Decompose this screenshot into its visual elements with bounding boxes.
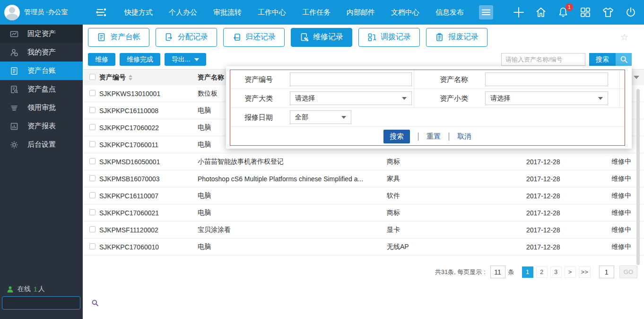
pagination-summary: 共31条, 每页显示 : xyxy=(435,268,486,276)
search-button-label: 搜索 xyxy=(589,53,616,66)
next-page-button[interactable]: > xyxy=(565,266,576,278)
sidebar-item-label: 资产台账 xyxy=(27,66,56,75)
sidebar-item-asset-report[interactable]: 资产报表 xyxy=(0,117,83,135)
more-menu-button[interactable] xyxy=(479,5,493,19)
repair-done-button[interactable]: 维修完成 xyxy=(120,53,160,66)
topnav-item[interactable]: 审批流转 xyxy=(213,8,242,17)
chart-icon xyxy=(10,30,18,38)
header-asset-name: 资产名称 xyxy=(198,73,224,82)
page-size-input[interactable] xyxy=(490,266,505,278)
sidebar-search-input[interactable] xyxy=(2,300,91,307)
row-checkbox[interactable] xyxy=(89,226,96,232)
scrap-tab-icon xyxy=(435,33,444,42)
table-row[interactable]: SJKPKPC17060010 电脑 无线AP 2017-12-28 维修中 xyxy=(83,239,644,256)
popup-cancel-button[interactable]: 取消 xyxy=(457,132,471,141)
sidebar-item-settings[interactable]: 后台设置 xyxy=(0,135,83,154)
topnav-item[interactable]: 工作任务 xyxy=(302,8,331,17)
nav-collapse-icon[interactable] xyxy=(96,8,107,17)
notifications-bell-icon[interactable]: 1 xyxy=(557,7,569,18)
table-row[interactable]: SJKPMSB16070003 Photoshop cS6 Multiple P… xyxy=(83,170,644,187)
row-checkbox[interactable] xyxy=(89,158,96,164)
sidebar-item-my-assets[interactable]: 我的资产 xyxy=(0,43,83,62)
search-button[interactable]: 搜索 xyxy=(589,53,632,66)
add-icon[interactable] xyxy=(513,7,524,18)
asset-name-cell: 电脑 xyxy=(198,124,211,132)
row-checkbox[interactable] xyxy=(89,192,96,198)
select-all-checkbox[interactable] xyxy=(89,74,96,80)
sort-icon[interactable] xyxy=(129,75,132,80)
favorite-star-icon[interactable]: ☆ xyxy=(620,33,628,42)
asset-code-cell: SJKPMSD16050001 xyxy=(99,158,160,166)
ledger-icon xyxy=(10,67,18,75)
sidebar-item-asset-inventory[interactable]: 资产盘点 xyxy=(0,80,83,98)
column-settings-caret-icon[interactable] xyxy=(634,76,639,79)
row-checkbox[interactable] xyxy=(89,243,96,249)
go-button[interactable]: GO xyxy=(619,266,637,278)
tab-transfer-records[interactable]: 调拨记录 xyxy=(358,28,420,47)
online-count: 1 xyxy=(34,285,37,293)
sidebar-search-box xyxy=(2,296,80,310)
tab-scrap-records[interactable]: 报废记录 xyxy=(426,28,487,47)
asset-category-cell: 显卡 xyxy=(385,226,522,234)
subcategory-select-value: 请选择 xyxy=(490,94,510,103)
asset-category-cell: 软件 xyxy=(385,192,522,200)
category-select[interactable]: 请选择 xyxy=(290,91,412,105)
export-button[interactable]: 导出... xyxy=(165,53,206,66)
table-row[interactable]: SJKPMSD16050001 小苗苗智能故事机著作权登记 商标 2017-12… xyxy=(83,153,644,170)
sidebar-item-asset-ledger[interactable]: 资产台账 xyxy=(0,62,83,80)
row-checkbox[interactable] xyxy=(89,141,96,147)
topnav-item[interactable]: 信息发布 xyxy=(435,8,464,17)
topnav-item[interactable]: 个人办公 xyxy=(169,8,197,17)
asset-name-cell: Photoshop cS6 Multiple Platforms chinese… xyxy=(198,175,363,183)
popup-asset-code-input[interactable] xyxy=(290,72,412,86)
online-user-icon xyxy=(7,286,14,293)
sidebar-search-icon[interactable] xyxy=(91,299,99,307)
sidebar-item-fixed-assets[interactable]: 固定资产 xyxy=(0,25,83,43)
subcategory-select[interactable]: 请选择 xyxy=(485,91,608,105)
tab-asset-ledger[interactable]: 资产台帐 xyxy=(88,28,149,47)
power-logout-icon[interactable] xyxy=(625,7,636,18)
page-button-1[interactable]: 1 xyxy=(522,266,533,278)
tab-return-records[interactable]: 归还记录 xyxy=(223,28,285,47)
row-checkbox[interactable] xyxy=(89,124,96,130)
table-row[interactable]: SJKPMSF11120002 宝贝涂涂看 显卡 2017-12-28 维修中 xyxy=(83,222,644,239)
row-checkbox[interactable] xyxy=(89,90,96,96)
table-row[interactable]: SJKPKPC16110007 电脑 软件 2017-12-28 维修中 xyxy=(83,187,644,204)
repair-button[interactable]: 维修 xyxy=(88,53,115,66)
row-checkbox[interactable] xyxy=(89,107,96,113)
popup-asset-name-input[interactable] xyxy=(485,72,608,86)
theme-shirt-icon[interactable] xyxy=(602,7,614,18)
topnav-item[interactable]: 文档中心 xyxy=(391,8,419,17)
asset-name-cell: 数位板 xyxy=(198,89,218,98)
sidebar-item-label: 固定资产 xyxy=(27,29,56,38)
popup-row-3: 报修日期 全部 xyxy=(230,108,625,127)
avatar[interactable] xyxy=(4,5,20,20)
topnav-item[interactable]: 快捷方式 xyxy=(124,8,153,17)
topnav-item[interactable]: 内部邮件 xyxy=(347,8,375,17)
tab-label: 资产台帐 xyxy=(110,32,140,42)
tab-assign-records[interactable]: 分配记录 xyxy=(156,28,217,47)
goto-page-input[interactable] xyxy=(599,266,614,278)
record-tabs: 资产台帐 分配记录 归还记录 xyxy=(83,25,644,50)
user-area[interactable]: 管理员 -办公室 xyxy=(0,5,83,20)
home-icon[interactable] xyxy=(535,7,547,18)
asset-search-input[interactable] xyxy=(501,53,585,66)
tab-repair-records[interactable]: 维修记录 xyxy=(291,28,352,47)
table-scrollbar[interactable] xyxy=(636,89,640,265)
row-checkbox[interactable] xyxy=(89,209,96,215)
repair-date-select[interactable]: 全部 xyxy=(290,110,351,124)
asset-code-cell: SJKPKPC16110008 xyxy=(99,107,158,115)
popup-reset-button[interactable]: 重置 xyxy=(426,132,441,141)
apps-grid-icon[interactable] xyxy=(580,7,591,18)
popup-footer: 搜索 重置 取消 xyxy=(230,127,625,146)
page-button-2[interactable]: 2 xyxy=(536,266,548,278)
last-page-button[interactable]: >> xyxy=(579,266,591,278)
popup-search-button[interactable]: 搜索 xyxy=(383,130,410,143)
asset-name-cell: 小苗苗智能故事机著作权登记 xyxy=(198,158,284,166)
asset-name-label: 资产名称 xyxy=(440,70,468,89)
page-button-3[interactable]: 3 xyxy=(550,266,562,278)
table-row[interactable]: SJKPKPC17060021 电脑 商标 2017-12-28 维修中 xyxy=(83,204,644,222)
sidebar-item-approval[interactable]: 领用审批 xyxy=(0,98,83,117)
row-checkbox[interactable] xyxy=(89,175,96,181)
topnav-item[interactable]: 工作中心 xyxy=(258,8,286,17)
